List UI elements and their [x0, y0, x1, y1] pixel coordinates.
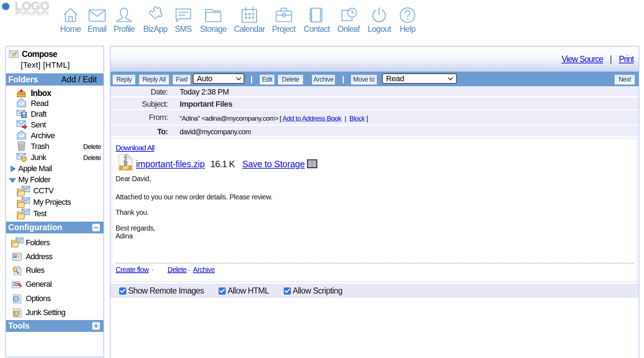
- svg-text:ZIP: ZIP: [122, 166, 128, 170]
